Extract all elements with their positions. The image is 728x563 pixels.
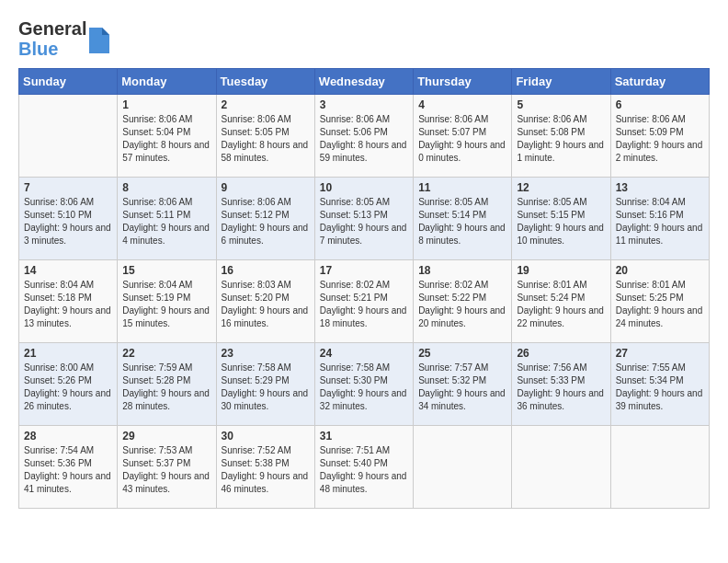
- calendar-cell: 26Sunrise: 7:56 AMSunset: 5:33 PMDayligh…: [512, 343, 610, 426]
- calendar-cell: 13Sunrise: 8:04 AMSunset: 5:16 PMDayligh…: [610, 178, 709, 260]
- calendar-cell: 14Sunrise: 8:04 AMSunset: 5:18 PMDayligh…: [19, 260, 118, 343]
- day-number: 1: [122, 98, 210, 111]
- weekday-header-row: SundayMondayTuesdayWednesdayThursdayFrid…: [19, 69, 710, 95]
- calendar-cell: 10Sunrise: 8:05 AMSunset: 5:13 PMDayligh…: [314, 178, 413, 260]
- svg-marker-0: [89, 28, 109, 53]
- weekday-header-saturday: Saturday: [610, 69, 709, 95]
- day-number: 31: [320, 430, 408, 442]
- logo-blue: Blue: [18, 39, 86, 59]
- day-info: Sunrise: 7:58 AMSunset: 5:29 PMDaylight:…: [222, 362, 310, 413]
- day-info: Sunrise: 8:05 AMSunset: 5:13 PMDaylight:…: [320, 196, 408, 247]
- calendar-cell: 25Sunrise: 7:57 AMSunset: 5:32 PMDayligh…: [414, 343, 512, 426]
- calendar-cell: 6Sunrise: 8:06 AMSunset: 5:09 PMDaylight…: [610, 95, 709, 178]
- weekday-header-friday: Friday: [512, 69, 610, 95]
- day-number: 12: [517, 181, 605, 194]
- calendar-cell: 31Sunrise: 7:51 AMSunset: 5:40 PMDayligh…: [314, 426, 413, 509]
- day-info: Sunrise: 8:06 AMSunset: 5:08 PMDaylight:…: [517, 113, 605, 165]
- calendar-cell: 4Sunrise: 8:06 AMSunset: 5:07 PMDaylight…: [414, 95, 512, 178]
- day-info: Sunrise: 7:51 AMSunset: 5:40 PMDaylight:…: [320, 444, 408, 496]
- day-number: 3: [320, 98, 408, 111]
- calendar-cell: 16Sunrise: 8:03 AMSunset: 5:20 PMDayligh…: [216, 260, 314, 343]
- calendar-cell: 28Sunrise: 7:54 AMSunset: 5:36 PMDayligh…: [19, 426, 118, 509]
- day-number: 20: [616, 264, 704, 277]
- day-number: 25: [418, 347, 506, 360]
- calendar-cell: 24Sunrise: 7:58 AMSunset: 5:30 PMDayligh…: [314, 343, 413, 426]
- day-number: 30: [222, 430, 310, 442]
- calendar-cell: [610, 426, 709, 509]
- week-row-1: 1Sunrise: 8:06 AMSunset: 5:04 PMDaylight…: [19, 95, 710, 178]
- weekday-header-sunday: Sunday: [19, 69, 118, 95]
- day-info: Sunrise: 8:06 AMSunset: 5:04 PMDaylight:…: [122, 113, 210, 165]
- calendar-table: SundayMondayTuesdayWednesdayThursdayFrid…: [18, 68, 710, 509]
- day-info: Sunrise: 8:00 AMSunset: 5:26 PMDaylight:…: [24, 362, 112, 413]
- day-info: Sunrise: 7:57 AMSunset: 5:32 PMDaylight:…: [418, 362, 506, 413]
- day-info: Sunrise: 8:01 AMSunset: 5:25 PMDaylight:…: [616, 279, 704, 330]
- week-row-4: 21Sunrise: 8:00 AMSunset: 5:26 PMDayligh…: [19, 343, 710, 426]
- calendar-cell: 21Sunrise: 8:00 AMSunset: 5:26 PMDayligh…: [19, 343, 118, 426]
- day-number: 17: [320, 264, 408, 277]
- day-number: 16: [222, 264, 310, 277]
- calendar-cell: 15Sunrise: 8:04 AMSunset: 5:19 PMDayligh…: [118, 260, 216, 343]
- day-info: Sunrise: 8:04 AMSunset: 5:19 PMDaylight:…: [122, 279, 210, 330]
- calendar-cell: 8Sunrise: 8:06 AMSunset: 5:11 PMDaylight…: [118, 178, 216, 260]
- day-number: 15: [122, 264, 210, 277]
- day-info: Sunrise: 8:05 AMSunset: 5:15 PMDaylight:…: [517, 196, 605, 247]
- calendar-cell: 2Sunrise: 8:06 AMSunset: 5:05 PMDaylight…: [216, 95, 314, 178]
- day-info: Sunrise: 8:06 AMSunset: 5:09 PMDaylight:…: [616, 113, 704, 165]
- week-row-2: 7Sunrise: 8:06 AMSunset: 5:10 PMDaylight…: [19, 178, 710, 260]
- week-row-3: 14Sunrise: 8:04 AMSunset: 5:18 PMDayligh…: [19, 260, 710, 343]
- logo-general: General: [18, 18, 86, 39]
- day-info: Sunrise: 8:04 AMSunset: 5:18 PMDaylight:…: [24, 279, 112, 330]
- calendar-cell: 11Sunrise: 8:05 AMSunset: 5:14 PMDayligh…: [414, 178, 512, 260]
- logo: General Blue: [18, 18, 109, 59]
- calendar-cell: 18Sunrise: 8:02 AMSunset: 5:22 PMDayligh…: [414, 260, 512, 343]
- day-number: 7: [24, 181, 112, 194]
- day-info: Sunrise: 7:59 AMSunset: 5:28 PMDaylight:…: [122, 362, 210, 413]
- day-number: 11: [418, 181, 506, 194]
- calendar-cell: 23Sunrise: 7:58 AMSunset: 5:29 PMDayligh…: [216, 343, 314, 426]
- day-number: 6: [616, 98, 704, 111]
- day-info: Sunrise: 7:56 AMSunset: 5:33 PMDaylight:…: [517, 362, 605, 413]
- calendar-cell: 7Sunrise: 8:06 AMSunset: 5:10 PMDaylight…: [19, 178, 118, 260]
- day-number: 2: [222, 98, 310, 111]
- day-info: Sunrise: 8:01 AMSunset: 5:24 PMDaylight:…: [517, 279, 605, 330]
- calendar-cell: 19Sunrise: 8:01 AMSunset: 5:24 PMDayligh…: [512, 260, 610, 343]
- day-number: 29: [122, 430, 210, 442]
- day-number: 23: [222, 347, 310, 360]
- weekday-header-tuesday: Tuesday: [216, 69, 314, 95]
- calendar-cell: 27Sunrise: 7:55 AMSunset: 5:34 PMDayligh…: [610, 343, 709, 426]
- day-number: 22: [122, 347, 210, 360]
- day-number: 4: [418, 98, 506, 111]
- svg-marker-1: [102, 28, 109, 35]
- day-number: 26: [517, 347, 605, 360]
- day-info: Sunrise: 8:03 AMSunset: 5:20 PMDaylight:…: [222, 279, 310, 330]
- day-number: 13: [616, 181, 704, 194]
- day-info: Sunrise: 8:06 AMSunset: 5:12 PMDaylight:…: [222, 196, 310, 247]
- day-info: Sunrise: 7:54 AMSunset: 5:36 PMDaylight:…: [24, 444, 112, 496]
- day-info: Sunrise: 8:02 AMSunset: 5:21 PMDaylight:…: [320, 279, 408, 330]
- calendar-cell: 17Sunrise: 8:02 AMSunset: 5:21 PMDayligh…: [314, 260, 413, 343]
- calendar-cell: [19, 95, 118, 178]
- calendar-cell: 9Sunrise: 8:06 AMSunset: 5:12 PMDaylight…: [216, 178, 314, 260]
- calendar-cell: 20Sunrise: 8:01 AMSunset: 5:25 PMDayligh…: [610, 260, 709, 343]
- day-number: 5: [517, 98, 605, 111]
- calendar-cell: 30Sunrise: 7:52 AMSunset: 5:38 PMDayligh…: [216, 426, 314, 509]
- weekday-header-thursday: Thursday: [414, 69, 512, 95]
- day-info: Sunrise: 8:06 AMSunset: 5:05 PMDaylight:…: [222, 113, 310, 165]
- calendar-cell: [414, 426, 512, 509]
- calendar-cell: 12Sunrise: 8:05 AMSunset: 5:15 PMDayligh…: [512, 178, 610, 260]
- day-info: Sunrise: 7:53 AMSunset: 5:37 PMDaylight:…: [122, 444, 210, 496]
- day-info: Sunrise: 8:06 AMSunset: 5:07 PMDaylight:…: [418, 113, 506, 165]
- day-number: 27: [616, 347, 704, 360]
- day-number: 8: [122, 181, 210, 194]
- day-info: Sunrise: 8:06 AMSunset: 5:11 PMDaylight:…: [122, 196, 210, 247]
- day-info: Sunrise: 8:02 AMSunset: 5:22 PMDaylight:…: [418, 279, 506, 330]
- weekday-header-wednesday: Wednesday: [314, 69, 413, 95]
- day-number: 24: [320, 347, 408, 360]
- calendar-cell: [512, 426, 610, 509]
- week-row-5: 28Sunrise: 7:54 AMSunset: 5:36 PMDayligh…: [19, 426, 710, 509]
- day-number: 28: [24, 430, 112, 442]
- day-info: Sunrise: 7:55 AMSunset: 5:34 PMDaylight:…: [616, 362, 704, 413]
- calendar-cell: 29Sunrise: 7:53 AMSunset: 5:37 PMDayligh…: [118, 426, 216, 509]
- calendar-cell: 3Sunrise: 8:06 AMSunset: 5:06 PMDaylight…: [314, 95, 413, 178]
